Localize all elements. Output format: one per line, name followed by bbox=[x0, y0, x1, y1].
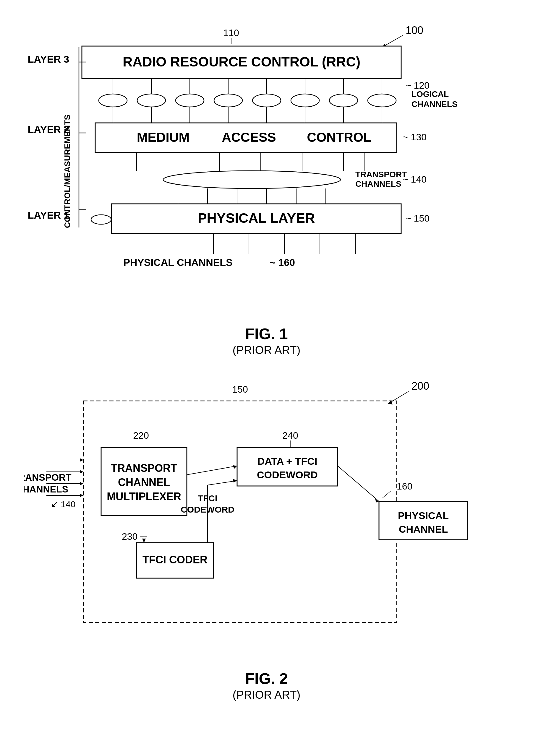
fig1-svg: 100 110 LAYER 3 RADIO RESOURCE CONTROL (… bbox=[24, 18, 509, 319]
logical-channel-ellipse-5 bbox=[252, 94, 281, 107]
fig1-sublabel: (PRIOR ART) bbox=[24, 344, 509, 357]
fig2-diagram: 200 150 TRANSPORT CHANNELS ↙ 140 bbox=[24, 374, 509, 664]
tcm-label3: MULTIPLEXER bbox=[107, 490, 181, 502]
svg-marker-46 bbox=[80, 458, 83, 462]
ref-200: 200 bbox=[411, 380, 429, 392]
transport-channels-label-fig2: TRANSPORT bbox=[24, 472, 71, 483]
svg-line-63 bbox=[208, 481, 237, 485]
fig1-label: FIG. 1 bbox=[24, 325, 509, 343]
transport-channel-ellipse bbox=[163, 171, 341, 188]
layer1-label: LAYER 1 bbox=[27, 209, 69, 221]
ref-240: 240 bbox=[282, 430, 298, 441]
fig2-container: 200 150 TRANSPORT CHANNELS ↙ 140 bbox=[24, 374, 509, 701]
svg-marker-50 bbox=[80, 482, 83, 485]
tcm-label2: CHANNEL bbox=[118, 476, 170, 488]
ref-220: 220 bbox=[133, 430, 149, 441]
physical-layer-label: PHYSICAL LAYER bbox=[197, 210, 315, 226]
logical-channel-ellipse-8 bbox=[368, 94, 396, 107]
ref-160-fig2: 160 bbox=[397, 481, 412, 492]
logical-channels-label-1: LOGICAL bbox=[411, 90, 449, 99]
ref-110: 110 bbox=[223, 27, 239, 38]
fig2-caption: FIG. 2 (PRIOR ART) bbox=[24, 670, 509, 701]
page: 100 110 LAYER 3 RADIO RESOURCE CONTROL (… bbox=[0, 0, 533, 756]
fig2-label: FIG. 2 bbox=[24, 670, 509, 688]
svg-marker-52 bbox=[80, 494, 83, 497]
logical-channels-label-2: CHANNELS bbox=[411, 99, 458, 109]
ref-100: 100 bbox=[405, 24, 423, 36]
ref-140-fig2: ↙ 140 bbox=[51, 499, 75, 509]
logical-channel-ellipse-2 bbox=[137, 94, 166, 107]
mac-control: CONTROL bbox=[307, 130, 371, 145]
fig1-container: 100 110 LAYER 3 RADIO RESOURCE CONTROL (… bbox=[24, 18, 509, 357]
ref-140-fig1: ~ 140 bbox=[403, 174, 427, 185]
ref-130: ~ 130 bbox=[403, 132, 427, 142]
fig2-svg: 200 150 TRANSPORT CHANNELS ↙ 140 bbox=[24, 374, 509, 664]
mac-access: ACCESS bbox=[222, 130, 276, 145]
transport-channels-label-2: CHANNELS bbox=[355, 179, 402, 188]
ref-150-fig2: 150 bbox=[232, 384, 248, 395]
svg-marker-60 bbox=[233, 465, 237, 469]
logical-channel-ellipse-4 bbox=[214, 94, 242, 107]
physical-channel-label2: CHANNEL bbox=[399, 524, 448, 535]
svg-marker-48 bbox=[80, 470, 83, 473]
fig2-sublabel: (PRIOR ART) bbox=[24, 688, 509, 701]
svg-line-65 bbox=[338, 466, 379, 501]
transport-channels-label-1: TRANSPORT bbox=[355, 170, 407, 179]
mac-medium: MEDIUM bbox=[137, 130, 189, 145]
svg-marker-64 bbox=[233, 479, 237, 482]
svg-line-67 bbox=[382, 491, 391, 499]
svg-line-59 bbox=[187, 466, 237, 475]
logical-channel-ellipse-7 bbox=[329, 94, 358, 107]
layer3-label: LAYER 3 bbox=[27, 53, 69, 65]
fig1-diagram: 100 110 LAYER 3 RADIO RESOURCE CONTROL (… bbox=[24, 18, 509, 319]
data-tfci-label1: DATA + TFCI bbox=[257, 456, 317, 467]
ref-150-fig1: ~ 150 bbox=[406, 213, 430, 224]
rrc-label: RADIO RESOURCE CONTROL (RRC) bbox=[123, 54, 360, 69]
fig1-caption: FIG. 1 (PRIOR ART) bbox=[24, 325, 509, 357]
physical-channels-label: PHYSICAL CHANNELS bbox=[123, 257, 233, 268]
logical-channel-ellipse-3 bbox=[176, 94, 204, 107]
transport-channels-label2-fig2: CHANNELS bbox=[24, 484, 68, 495]
physical-channels-ref: ~ 160 bbox=[269, 257, 295, 268]
tfci-coder-label: TFCI CODER bbox=[143, 554, 208, 566]
logical-channel-ellipse-6 bbox=[291, 94, 319, 107]
data-tfci-label2: CODEWORD bbox=[257, 469, 318, 480]
ref-120: ~ 120 bbox=[406, 80, 430, 91]
logical-channel-ellipse-1 bbox=[99, 94, 127, 107]
layer1-left-ellipse bbox=[91, 215, 111, 224]
tcm-label1: TRANSPORT bbox=[111, 462, 177, 474]
physical-channel-label1: PHYSICAL bbox=[398, 510, 449, 521]
